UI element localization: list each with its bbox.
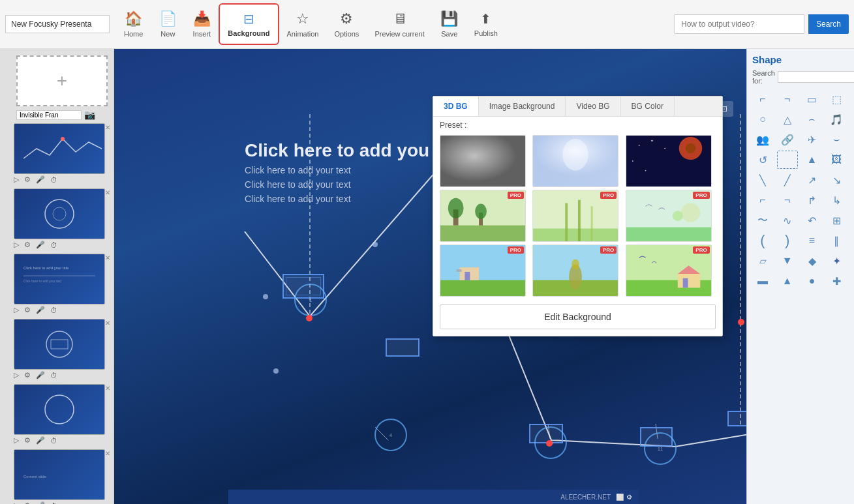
shape-layers[interactable]: ⊞ (826, 211, 847, 230)
search-button[interactable]: Search (808, 14, 849, 34)
presentation-title-input[interactable] (5, 15, 110, 33)
shape-placeholder[interactable]: ⬚ (826, 90, 847, 108)
bg-option-2[interactable] (532, 135, 618, 187)
slide-close-2[interactable]: ✕ (105, 189, 110, 196)
slide-thumb-6[interactable]: Content slide (14, 449, 105, 500)
shape-paren-left[interactable]: ( (752, 231, 773, 250)
background-button[interactable]: ⊟ Background (219, 3, 279, 45)
bg-option-9[interactable]: PRO (626, 245, 712, 297)
slide-item-3[interactable]: 3 ✕ Click here to add your title Click h… (3, 254, 110, 316)
shape-paren-right[interactable]: ) (777, 231, 798, 250)
tab-bg-color[interactable]: BG Color (621, 96, 675, 116)
circle-node-2[interactable]: 4 (374, 419, 407, 451)
slide-settings-icon-4[interactable]: ⚙ (24, 371, 31, 379)
shape-wave-2[interactable]: ∿ (777, 211, 798, 230)
slide-play-icon-2[interactable]: ▷ (14, 241, 19, 249)
slide-timer-icon-5[interactable]: ⏱ (50, 437, 57, 445)
shape-diagonal-1[interactable]: ╲ (752, 171, 773, 189)
bg-option-1[interactable] (440, 135, 526, 187)
slide-item-1[interactable]: 1 ✕ ▷ ⚙ 🎤 ⏱ (3, 123, 110, 185)
shape-parallelogram[interactable]: ▱ (752, 252, 773, 270)
shape-corner-2[interactable]: ¬ (777, 191, 798, 209)
shape-arrow-curved[interactable]: ↶ (802, 211, 823, 230)
circle-node-1[interactable]: 1 (294, 284, 327, 316)
presentation-sub-1[interactable]: Click here to add your text (245, 165, 429, 175)
tab-image-bg[interactable]: Image Background (479, 96, 566, 116)
slide-close-1[interactable]: ✕ (105, 124, 110, 131)
new-button[interactable]: 📄 New (151, 3, 185, 45)
slide-timer-icon-2[interactable]: ⏱ (50, 241, 57, 249)
shape-wave-1[interactable]: 〜 (752, 211, 773, 230)
slide-play-icon-3[interactable]: ▷ (14, 306, 19, 314)
slide-close-6[interactable]: ✕ (105, 450, 110, 457)
slide-settings-icon-5[interactable]: ⚙ (24, 436, 31, 445)
shape-wide-rect[interactable]: ▬ (752, 272, 773, 290)
slide-play-icon-1[interactable]: ▷ (14, 175, 19, 184)
publish-button[interactable]: ⬆ Publish (466, 3, 506, 45)
slide-timer-icon-3[interactable]: ⏱ (50, 306, 57, 314)
slide-thumb-2[interactable] (14, 188, 105, 239)
tab-video-bg[interactable]: Video BG (566, 96, 620, 116)
frame-node-2[interactable] (386, 338, 419, 357)
shape-plane[interactable]: ✈ (802, 130, 823, 149)
shape-filled-tri-up[interactable]: ▲ (777, 272, 798, 290)
shape-rectangle[interactable]: ▭ (802, 90, 823, 108)
shape-arrow-down-right[interactable]: ↳ (826, 191, 847, 209)
presentation-sub-3[interactable]: Click here to add your text (245, 194, 429, 204)
slide-thumb-4[interactable] (14, 319, 105, 370)
shape-link[interactable]: 🔗 (777, 130, 798, 149)
presentation-sub-2[interactable]: Click here to add your text (245, 179, 429, 190)
shape-circle[interactable]: ○ (752, 110, 773, 128)
edit-background-button[interactable]: Edit Background (440, 304, 716, 329)
slide-audio-icon-6[interactable]: 🎤 (36, 501, 45, 504)
animation-button[interactable]: ☆ Animation (279, 3, 327, 45)
slide-audio-icon-1[interactable]: 🎤 (36, 175, 45, 184)
slide-item-4[interactable]: 4 ✕ ▷ ⚙ 🎤 ⏱ (3, 319, 110, 381)
slide-audio-icon-5[interactable]: 🎤 (36, 436, 45, 445)
bg-option-6[interactable]: PRO (626, 190, 712, 242)
bg-option-4[interactable]: PRO (440, 190, 526, 242)
shape-rotate[interactable]: ↺ (752, 151, 773, 169)
tab-3d-bg[interactable]: 3D BG (433, 96, 479, 116)
canvas-area[interactable]: Click here to add you Click here to add … (114, 49, 746, 504)
bg-option-7[interactable]: PRO (440, 245, 526, 297)
shape-triangle[interactable]: △ (777, 110, 798, 128)
slide-item-2[interactable]: 2 ✕ ▷ ⚙ 🎤 ⏱ (3, 188, 110, 250)
slide-close-5[interactable]: ✕ (105, 385, 110, 392)
slide-timer-icon-1[interactable]: ⏱ (50, 176, 57, 184)
camera-icon[interactable]: 📷 (84, 110, 95, 120)
insert-button[interactable]: 📥 Insert (185, 3, 219, 45)
slide-label-input[interactable] (16, 110, 82, 120)
search-input[interactable] (674, 14, 804, 34)
shape-corner-1[interactable]: ⌐ (752, 191, 773, 209)
slide-item-5[interactable]: 5 ✕ ▷ ⚙ 🎤 ⏱ (3, 384, 110, 446)
bg-option-3[interactable] (626, 135, 712, 187)
bottom-expand-icon[interactable]: ⬜ (616, 494, 624, 501)
bg-option-8[interactable]: PRO (532, 245, 618, 297)
slide-audio-icon-3[interactable]: 🎤 (36, 306, 45, 314)
shape-horiz-lines[interactable]: ≡ (802, 231, 823, 250)
shape-bracket-right[interactable]: ¬ (777, 90, 798, 108)
shape-star[interactable]: ✦ (826, 252, 847, 270)
slide-settings-icon-1[interactable]: ⚙ (24, 175, 31, 184)
add-slide-button[interactable]: + (16, 55, 108, 106)
shape-arrow-diag-2[interactable]: ↘ (826, 171, 847, 189)
shape-curve-down[interactable]: ⌣ (826, 130, 847, 149)
slide-play-icon-6[interactable]: ▷ (14, 501, 19, 504)
shape-bracket-left[interactable]: ⌐ (752, 90, 773, 108)
slide-thumb-3[interactable]: Click here to add your title Click here … (14, 254, 105, 304)
shape-vert-lines[interactable]: ∥ (826, 231, 847, 250)
slide-play-icon-4[interactable]: ▷ (14, 371, 19, 379)
slide-close-3[interactable]: ✕ (105, 254, 110, 261)
slide-settings-icon-3[interactable]: ⚙ (24, 306, 31, 314)
shape-diagonal-2[interactable]: ╱ (777, 171, 798, 189)
bg-option-5[interactable]: PRO (532, 190, 618, 242)
slide-settings-icon-2[interactable]: ⚙ (24, 241, 31, 249)
frame-node-5[interactable] (727, 411, 746, 426)
shape-circle-filled[interactable]: ● (802, 272, 823, 290)
shape-arrow-right-angle[interactable]: ↱ (802, 191, 823, 209)
shape-diamond[interactable]: ◆ (802, 252, 823, 270)
shape-people[interactable]: 👥 (752, 130, 773, 149)
home-button[interactable]: 🏠 Home (116, 3, 151, 45)
shape-dashed-rect[interactable] (777, 151, 798, 169)
